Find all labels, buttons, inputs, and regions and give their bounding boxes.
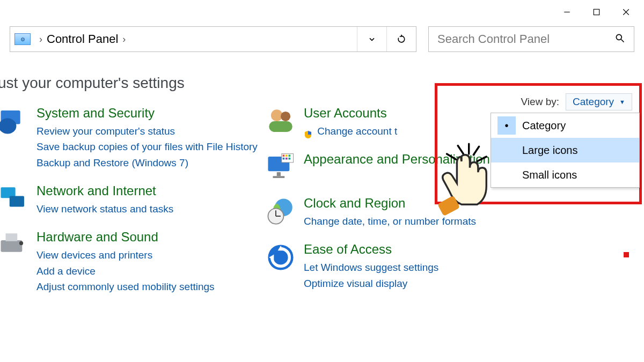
search-placeholder: Search Control Panel <box>437 32 550 46</box>
crumb-separator: › <box>118 34 130 45</box>
selected-indicator-icon: • <box>497 116 516 135</box>
svg-rect-1 <box>594 9 599 15</box>
category-link[interactable]: Let Windows suggest settings <box>304 260 438 275</box>
svg-rect-23 <box>283 158 285 160</box>
svg-line-5 <box>621 39 624 42</box>
window-titlebar <box>0 0 644 24</box>
svg-line-33 <box>458 146 463 154</box>
svg-rect-11 <box>6 234 18 242</box>
maximize-button[interactable] <box>582 2 611 23</box>
annotation-pointing-hand-icon <box>429 139 494 220</box>
svg-line-35 <box>473 146 479 154</box>
svg-rect-17 <box>277 172 281 176</box>
crumb-separator: › <box>35 34 47 45</box>
search-icon <box>614 33 625 46</box>
svg-point-4 <box>616 34 621 40</box>
category-link[interactable]: Change account t <box>304 123 397 139</box>
svg-line-37 <box>477 157 486 161</box>
category-link[interactable]: Backup and Restore (Windows 7) <box>36 155 258 171</box>
annotation-marker <box>624 252 629 257</box>
category-title[interactable]: Ease of Access <box>304 242 438 257</box>
category-link[interactable]: Optimize visual display <box>304 276 438 291</box>
category-system-security: System and Security Review your computer… <box>0 106 265 171</box>
category-link[interactable]: View devices and printers <box>36 247 215 263</box>
svg-point-14 <box>281 112 290 121</box>
address-bar[interactable]: ⚙ › Control Panel › <box>10 26 416 52</box>
category-link[interactable]: Add a device <box>36 263 215 279</box>
shield-icon <box>0 106 29 137</box>
category-ease-of-access: Ease of Access Let Windows suggest setti… <box>265 242 644 291</box>
search-input[interactable]: Search Control Panel <box>428 26 634 52</box>
category-link[interactable]: View network status and tasks <box>36 201 173 217</box>
svg-point-12 <box>19 241 23 245</box>
category-hardware: Hardware and Sound View devices and prin… <box>0 230 265 294</box>
clock-globe-icon <box>265 196 296 227</box>
category-title[interactable]: System and Security <box>36 106 258 121</box>
svg-rect-10 <box>1 240 22 252</box>
address-history-dropdown[interactable] <box>357 27 386 51</box>
category-title[interactable]: User Accounts <box>304 106 397 121</box>
dropdown-item-category[interactable]: • Category <box>491 113 639 138</box>
svg-rect-20 <box>283 155 285 157</box>
view-by-dropdown-button[interactable]: Category ▼ <box>566 93 632 110</box>
display-icon <box>265 152 296 183</box>
refresh-button[interactable] <box>386 27 416 51</box>
category-link[interactable]: Adjust commonly used mobility settings <box>36 279 215 294</box>
breadcrumb-item[interactable]: Control Panel <box>47 32 118 46</box>
view-by-label: View by: <box>521 96 559 108</box>
svg-line-36 <box>447 154 456 159</box>
svg-rect-25 <box>289 158 291 160</box>
chevron-down-icon: ▼ <box>619 99 625 105</box>
category-title[interactable]: Network and Internet <box>36 183 173 199</box>
minimize-button[interactable] <box>552 2 582 23</box>
svg-rect-24 <box>286 158 288 160</box>
svg-rect-18 <box>273 176 285 179</box>
category-network: Network and Internet View network status… <box>0 183 265 217</box>
control-panel-icon: ⚙ <box>14 33 31 45</box>
svg-rect-15 <box>269 121 292 132</box>
close-button[interactable] <box>611 2 641 23</box>
dropdown-item-small-icons[interactable]: Small icons <box>491 162 639 187</box>
category-title[interactable]: Hardware and Sound <box>36 230 215 245</box>
view-by-dropdown-menu: • Category Large icons Small icons <box>491 113 640 188</box>
svg-rect-9 <box>10 196 24 207</box>
users-icon <box>265 106 296 137</box>
navigation-row: ⚙ › Control Panel › Search Control Panel <box>0 24 644 55</box>
dropdown-item-large-icons[interactable]: Large icons <box>491 138 639 162</box>
view-by-control: View by: Category ▼ <box>521 93 632 110</box>
page-title: ust your computer's settings <box>0 75 644 92</box>
svg-rect-21 <box>286 155 288 157</box>
svg-rect-22 <box>289 155 291 157</box>
uac-shield-icon <box>304 128 312 136</box>
network-icon <box>0 183 29 215</box>
ease-of-access-icon <box>265 242 296 273</box>
category-link[interactable]: Review your computer's status <box>36 123 258 139</box>
category-link[interactable]: Save backup copies of your files with Fi… <box>36 139 258 154</box>
printer-icon <box>0 230 29 261</box>
